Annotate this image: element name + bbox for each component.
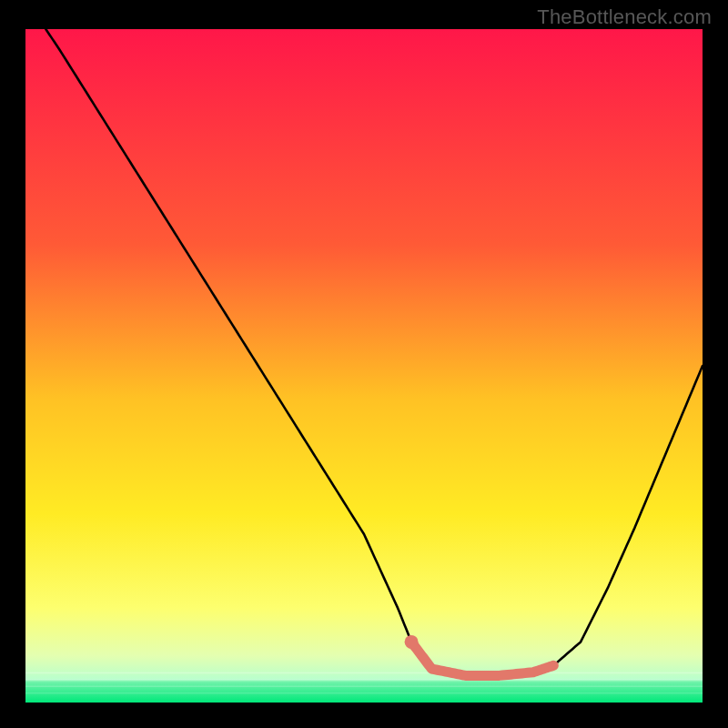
svg-rect-2 [25,679,703,681]
svg-rect-4 [25,693,703,694]
svg-rect-1 [25,672,703,674]
watermark-text: TheBottleneck.com [537,5,712,29]
selected-point-marker [405,635,419,649]
chart-svg [25,29,703,703]
chart-area [25,29,703,703]
svg-rect-3 [25,686,703,688]
